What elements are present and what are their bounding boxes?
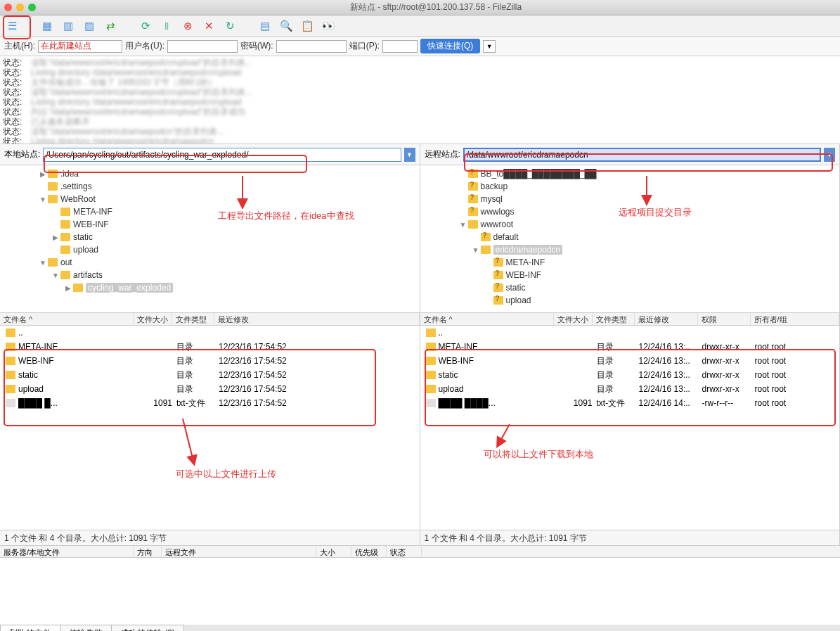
log-panel[interactable]: 状态:读取"/data/wwwroot/ericdramaepodcn/uplo… bbox=[0, 56, 840, 144]
host-label: 主机(H): bbox=[4, 40, 35, 52]
port-input[interactable] bbox=[382, 40, 418, 53]
close-window-button[interactable] bbox=[4, 4, 12, 11]
remote-status: 1 个文件 和 4 个目录。大小总计: 1091 字节 bbox=[420, 530, 841, 545]
quick-connect-bar: 主机(H): 用户名(U): 密码(W): 端口(P): 快速连接(Q) ▼ bbox=[0, 37, 840, 56]
queue-tabs: 列队的文件 传输失败 成功的传输 (2) bbox=[0, 625, 840, 631]
file-row[interactable]: ████ █...1091txt-文件12/23/16 17:54:52 bbox=[0, 396, 420, 410]
file-row[interactable]: WEB-INF目录12/24/16 13:..drwxr-xr-xroot ro… bbox=[420, 354, 840, 368]
tree-node[interactable]: mysql bbox=[420, 193, 840, 205]
queue-header[interactable]: 服务器/本地文件 方向 远程文件 大小 优先级 状态 bbox=[0, 545, 840, 558]
tree-node[interactable]: static bbox=[420, 281, 840, 294]
file-row[interactable]: .. bbox=[0, 326, 420, 340]
user-input[interactable] bbox=[167, 40, 238, 53]
minimize-window-button[interactable] bbox=[16, 4, 24, 11]
titlebar: 新站点 - sftp://root@101.200.137.58 - FileZ… bbox=[0, 0, 840, 15]
cancel-button[interactable]: ⊗ bbox=[180, 18, 195, 34]
tree-node[interactable]: ▶static bbox=[0, 231, 420, 243]
tree-node[interactable]: WEB-INF bbox=[0, 218, 420, 231]
compare-icon[interactable]: 📋 bbox=[299, 18, 315, 34]
window-title: 新站点 - sftp://root@101.200.137.58 - FileZ… bbox=[36, 1, 836, 13]
tree-node[interactable]: WEB-INF bbox=[420, 269, 840, 281]
tree-node[interactable]: BB_to████_████████_██ bbox=[420, 167, 840, 180]
quick-connect-dropdown[interactable]: ▼ bbox=[483, 40, 496, 53]
tree-node[interactable]: ▶cycling_war_exploded bbox=[0, 281, 420, 294]
file-row[interactable]: upload目录12/24/16 13:..drwxr-xr-xroot roo… bbox=[420, 382, 840, 396]
remote-file-header[interactable]: 文件名 ^ 文件大小 文件类型 最近修改 权限 所有者/组 bbox=[420, 313, 841, 326]
local-path-input[interactable] bbox=[43, 148, 401, 162]
tree-node[interactable]: .settings bbox=[0, 180, 420, 193]
pass-input[interactable] bbox=[276, 40, 347, 53]
toolbar-button[interactable]: ▧ bbox=[82, 18, 97, 34]
tree-node[interactable]: META-INF bbox=[0, 205, 420, 218]
local-file-header[interactable]: 文件名 ^ 文件大小 文件类型 最近修改 bbox=[0, 313, 420, 326]
toolbar-button[interactable]: ▥ bbox=[60, 18, 76, 34]
refresh-button[interactable]: ⟳ bbox=[138, 18, 153, 34]
user-label: 用户名(U): bbox=[125, 40, 164, 52]
filter-button[interactable]: ⦀ bbox=[159, 18, 174, 34]
local-path-dropdown[interactable]: ▼ bbox=[404, 148, 415, 162]
tree-node[interactable]: ▼out bbox=[0, 256, 420, 269]
queue-panel[interactable] bbox=[0, 558, 840, 625]
quick-connect-button[interactable]: 快速连接(Q) bbox=[420, 39, 480, 53]
file-row[interactable]: .. bbox=[420, 326, 840, 340]
local-site-label: 本地站点: bbox=[4, 148, 40, 160]
file-row[interactable]: META-INF目录12/24/16 13:..drwxr-xr-xroot r… bbox=[420, 340, 840, 354]
tree-node[interactable]: ▼WebRoot bbox=[0, 193, 420, 205]
file-row[interactable]: static目录12/23/16 17:54:52 bbox=[0, 368, 420, 382]
tree-node[interactable]: wwwlogs bbox=[420, 205, 840, 218]
toolbar-button[interactable]: ▦ bbox=[39, 18, 55, 34]
tree-node[interactable]: backup bbox=[420, 180, 840, 193]
remote-tree[interactable]: BB_to████_████████_██backupmysqlwwwlogs▼… bbox=[420, 165, 841, 312]
port-label: 端口(P): bbox=[349, 40, 380, 52]
file-row[interactable]: ████ ████...1091txt-文件12/24/16 14:..-rw-… bbox=[420, 396, 840, 410]
maximize-window-button[interactable] bbox=[28, 4, 36, 11]
tree-node[interactable]: META-INF bbox=[420, 256, 840, 269]
toolbar-button[interactable]: ⇄ bbox=[103, 18, 118, 34]
file-row[interactable]: upload目录12/23/16 17:54:52 bbox=[0, 382, 420, 396]
host-input[interactable] bbox=[38, 40, 122, 53]
tree-node[interactable]: ▶.idea bbox=[0, 167, 420, 180]
remote-file-list[interactable]: ..META-INF目录12/24/16 13:..drwxr-xr-xroot… bbox=[420, 326, 841, 530]
tree-node[interactable]: ▼ericdramaepodcn bbox=[420, 243, 840, 256]
tab-queued[interactable]: 列队的文件 bbox=[0, 625, 60, 631]
reconnect-button[interactable]: ↻ bbox=[222, 18, 238, 34]
binoculars-icon[interactable]: 👀 bbox=[321, 18, 336, 34]
search-icon[interactable]: 🔍 bbox=[278, 18, 294, 34]
tree-node[interactable]: upload bbox=[0, 243, 420, 256]
pass-label: 密码(W): bbox=[240, 40, 273, 52]
site-manager-button[interactable]: ☰ bbox=[4, 18, 20, 34]
toolbar: ☰ ▦ ▥ ▧ ⇄ ⟳ ⦀ ⊗ ✕ ↻ ▤ 🔍 📋 👀 bbox=[0, 15, 840, 37]
tab-success[interactable]: 成功的传输 (2) bbox=[111, 625, 184, 631]
tree-node[interactable]: upload bbox=[420, 294, 840, 307]
local-tree[interactable]: ▶.idea.settings▼WebRootMETA-INFWEB-INF▶s… bbox=[0, 165, 420, 312]
remote-site-label: 远程站点: bbox=[425, 148, 460, 160]
file-row[interactable]: META-INF目录12/23/16 17:54:52 bbox=[0, 340, 420, 354]
file-row[interactable]: WEB-INF目录12/23/16 17:54:52 bbox=[0, 354, 420, 368]
tab-failed[interactable]: 传输失败 bbox=[60, 625, 112, 631]
remote-path-input[interactable] bbox=[463, 148, 821, 162]
tree-node[interactable]: ▼artifacts bbox=[0, 269, 420, 281]
filter-icon[interactable]: ▤ bbox=[257, 18, 273, 34]
tree-node[interactable]: default bbox=[420, 231, 840, 243]
tree-node[interactable]: ▼wwwroot bbox=[420, 218, 840, 231]
file-row[interactable]: static目录12/24/16 13:..drwxr-xr-xroot roo… bbox=[420, 368, 840, 382]
remote-path-dropdown[interactable]: ▼ bbox=[824, 148, 835, 162]
local-status: 1 个文件 和 4 个目录。大小总计: 1091 字节 bbox=[0, 530, 420, 545]
local-file-list[interactable]: ..META-INF目录12/23/16 17:54:52WEB-INF目录12… bbox=[0, 326, 420, 530]
disconnect-button[interactable]: ✕ bbox=[201, 18, 217, 34]
